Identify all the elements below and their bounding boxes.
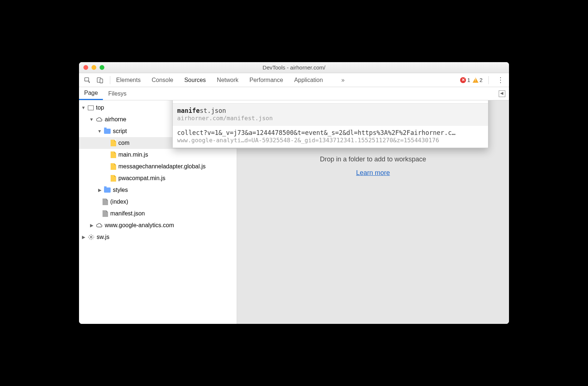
main-toolbar: Elements Console Sources Network Perform… [79, 73, 509, 87]
disclosure-triangle-icon[interactable]: ▶ [89, 223, 94, 228]
document-file-icon [103, 199, 108, 205]
close-window-button[interactable] [83, 65, 88, 70]
tree-label: messagechanneladapter.global.js [118, 163, 206, 170]
learn-more-link[interactable]: Learn more [356, 169, 390, 177]
minimize-window-button[interactable] [92, 65, 96, 70]
tree-node-file[interactable]: main.min.js [79, 149, 237, 161]
tree-node-domain[interactable]: ▶ www.google-analytics.com [79, 219, 237, 231]
inspect-element-icon[interactable] [83, 75, 92, 85]
js-file-icon [111, 140, 116, 146]
tab-console[interactable]: Console [152, 77, 173, 83]
tab-application[interactable]: Application [294, 77, 323, 83]
tree-node-service-worker[interactable]: ▶ sw.js [79, 231, 237, 243]
tab-elements[interactable]: Elements [116, 77, 141, 83]
result-path: airhorner.com/manifest.json [177, 115, 484, 122]
tabs-overflow-icon[interactable]: » [341, 77, 345, 83]
window-titlebar: DevTools - airhorner.com/ [79, 62, 509, 73]
open-file-query-input[interactable]: manife [173, 100, 488, 104]
tree-label: top [96, 104, 104, 111]
open-file-result[interactable]: manifest.json airhorner.com/manifest.jso… [173, 104, 488, 126]
document-file-icon [103, 210, 108, 217]
svg-point-3 [90, 236, 92, 238]
disclosure-triangle-icon[interactable]: ▼ [89, 117, 94, 122]
tree-label: com [118, 140, 129, 146]
tab-performance[interactable]: Performance [250, 77, 283, 83]
tree-label: script [113, 128, 127, 135]
open-file-popup: manife manifest.json airhorner.com/manif… [172, 100, 488, 148]
toolbar-separator [110, 76, 110, 84]
warning-icon [473, 78, 478, 83]
error-icon: ✕ [460, 77, 466, 83]
traffic-lights [79, 65, 104, 70]
zoom-window-button[interactable] [100, 65, 104, 70]
js-file-icon [111, 151, 116, 158]
svg-rect-2 [100, 79, 103, 83]
workspace-drop-hint: Drop in a folder to add to workspace [320, 156, 426, 163]
devtools-window: DevTools - airhorner.com/ Elements Conso… [79, 62, 509, 324]
tree-label: manifest.json [110, 210, 145, 217]
tree-label: airhorne [105, 116, 126, 123]
cloud-icon [96, 222, 103, 229]
panel-tabs: Elements Console Sources Network Perform… [116, 77, 345, 83]
tree-node-file-index[interactable]: (index) [79, 196, 237, 208]
tree-label: styles [113, 187, 128, 193]
frame-icon [88, 106, 94, 110]
folder-icon [104, 187, 111, 193]
folder-open-icon [104, 129, 111, 134]
result-match-bold: manife [177, 107, 200, 114]
disclosure-triangle-icon[interactable]: ▼ [97, 129, 102, 134]
js-file-icon [111, 175, 116, 182]
toolbar-right: ✕ 1 2 ⋯ [460, 76, 507, 84]
tree-label: (index) [110, 199, 128, 205]
tree-node-file-manifest[interactable]: manifest.json [79, 208, 237, 219]
open-file-result[interactable]: collect?v=1&_v=j73&a=1244478500&t=event&… [173, 126, 488, 148]
warning-count-badge[interactable]: 2 [473, 77, 483, 83]
window-title: DevTools - airhorner.com/ [79, 64, 509, 71]
tree-label: sw.js [97, 234, 110, 240]
panel-body: ▼ top ▼ airhorne ▼ script com [79, 100, 509, 324]
tree-node-folder-styles[interactable]: ▶ styles [79, 184, 237, 196]
collapse-sidebar-icon[interactable] [499, 90, 505, 97]
error-count-badge[interactable]: ✕ 1 [460, 77, 470, 83]
disclosure-triangle-icon[interactable]: ▶ [81, 235, 86, 240]
device-toolbar-icon[interactable] [95, 75, 105, 85]
disclosure-triangle-icon[interactable]: ▶ [97, 187, 102, 193]
gear-icon [88, 234, 94, 240]
js-file-icon [111, 163, 116, 170]
tree-label: main.min.js [118, 151, 148, 158]
result-path: www.google-analyti…d=UA-59325548-2&_gid=… [177, 137, 484, 144]
tree-label: pwacompat.min.js [118, 175, 165, 182]
result-match-rest: st.json [200, 107, 226, 114]
tab-sources[interactable]: Sources [184, 77, 206, 83]
subtab-page[interactable]: Page [79, 87, 103, 100]
disclosure-triangle-icon[interactable]: ▼ [81, 105, 86, 110]
tree-node-file[interactable]: pwacompat.min.js [79, 172, 237, 184]
sources-subtabs: Page Filesys [79, 87, 509, 100]
cloud-icon [96, 116, 103, 123]
svg-rect-0 [85, 78, 89, 81]
error-count: 1 [467, 77, 470, 83]
tree-label: www.google-analytics.com [105, 222, 174, 229]
warning-count: 2 [480, 77, 483, 83]
subtab-filesystem[interactable]: Filesys [103, 87, 132, 100]
result-match-rest: collect?v=1&_v=j73&a=1244478500&t=event&… [177, 129, 455, 136]
tree-node-file[interactable]: messagechanneladapter.global.js [79, 161, 237, 172]
tab-network[interactable]: Network [217, 77, 239, 83]
toolbar-separator [488, 76, 489, 84]
